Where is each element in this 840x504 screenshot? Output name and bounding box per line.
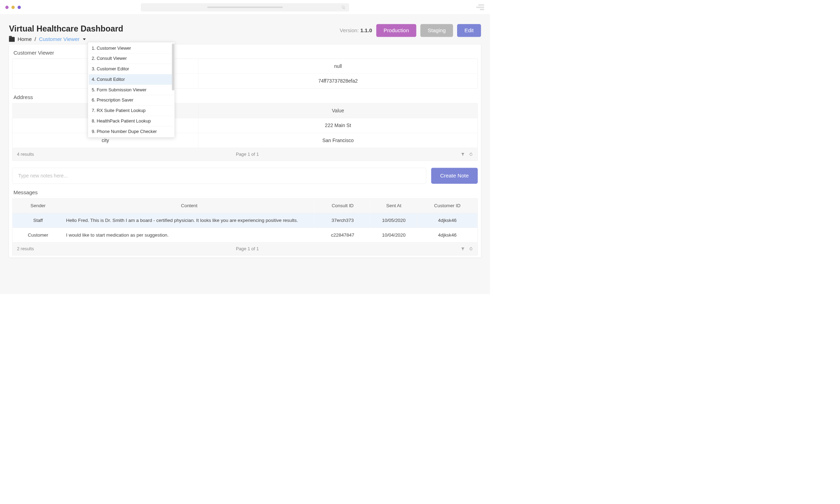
customer-table: rxsuite_ null kustomer_ 74ff73737828efa2	[12, 58, 478, 89]
messages-table-footer: 2 results Page 1 of 1	[12, 243, 478, 255]
msg-header-consult: Consult ID	[315, 198, 370, 213]
table-header-row: Sender Content Consult ID Sent At Custom…	[13, 198, 478, 213]
search-icon	[341, 5, 345, 9]
dropdown-item[interactable]: 4. Consult Editor	[89, 74, 174, 85]
window-titlebar	[0, 0, 490, 15]
window-controls[interactable]	[5, 6, 21, 9]
msg-sender: Customer	[13, 228, 64, 242]
search-bar[interactable]	[141, 3, 349, 11]
create-note-button[interactable]: Create Note	[431, 168, 478, 183]
maximize-dot[interactable]	[18, 6, 21, 9]
breadcrumb-separator: /	[35, 36, 36, 42]
msg-sender: Staff	[13, 213, 64, 228]
msg-consult-id: c22847847	[315, 228, 370, 242]
breadcrumb-home[interactable]: Home	[18, 36, 31, 42]
dropdown-item[interactable]: 2. Consult Viewer	[89, 54, 174, 64]
edit-button[interactable]: Edit	[457, 24, 481, 37]
msg-customer-id: 4djksk46	[417, 213, 478, 228]
table-header-row: Key Value	[13, 103, 478, 118]
msg-header-sender: Sender	[13, 198, 64, 213]
msg-sent-at: 10/04/2020	[371, 228, 417, 242]
table-row: rxsuite_ null	[13, 59, 478, 74]
address-header-value: Value	[198, 103, 477, 118]
messages-section-title: Messages	[13, 189, 479, 196]
messages-table: Sender Content Consult ID Sent At Custom…	[12, 198, 478, 243]
dropdown-item[interactable]: 1. Customer Viewer	[89, 43, 174, 54]
msg-customer-id: 4djksk46	[417, 228, 478, 242]
search-placeholder-line	[207, 7, 283, 8]
filter-icon[interactable]	[461, 247, 465, 251]
filter-icon[interactable]	[461, 152, 465, 156]
address-table: Key Value address_li 222 Main St city Sa…	[12, 103, 478, 148]
customer-section-title: Customer Viewer	[13, 50, 479, 56]
menu-icon[interactable]	[476, 4, 484, 10]
address-section-title: Address	[13, 94, 479, 100]
addr-value: 222 Main St	[198, 118, 477, 133]
staging-button[interactable]: Staging	[420, 24, 453, 37]
chevron-down-icon[interactable]	[83, 38, 86, 40]
refresh-icon[interactable]	[469, 247, 473, 251]
results-count: 4 results	[17, 152, 34, 157]
msg-header-sent: Sent At	[371, 198, 417, 213]
version-label: Version: 1.1.0	[340, 27, 372, 34]
msg-consult-id: 37erch373	[315, 213, 370, 228]
notes-input[interactable]	[12, 168, 426, 183]
address-table-footer: 4 results Page 1 of 1	[12, 148, 478, 161]
dropdown-item[interactable]: 5. Form Submission Viewer	[89, 85, 174, 95]
dropdown-item[interactable]: 7. RX Suite Patient Lookup	[89, 106, 174, 116]
minimize-dot[interactable]	[12, 6, 15, 9]
cv-value: null	[198, 59, 477, 74]
page-selector-dropdown[interactable]: 1. Customer Viewer 2. Consult Viewer 3. …	[88, 42, 175, 138]
page-title: Virtual Healthcare Dashboard	[9, 24, 123, 33]
folder-icon	[9, 37, 15, 42]
dropdown-item[interactable]: 6. Prescription Saver	[89, 95, 174, 106]
page-indicator: Page 1 of 1	[236, 152, 259, 157]
close-dot[interactable]	[5, 6, 8, 9]
msg-header-customer: Customer ID	[417, 198, 478, 213]
breadcrumb-current[interactable]: Customer Viewer	[39, 36, 79, 42]
table-row[interactable]: Staff Hello Fred. This is Dr. Smith I am…	[13, 213, 478, 228]
dropdown-item[interactable]: 8. HealthPack Patient Lookup	[89, 116, 174, 126]
msg-sent-at: 10/05/2020	[371, 213, 417, 228]
msg-header-content: Content	[64, 198, 315, 213]
table-row: city San Francisco	[13, 133, 478, 148]
table-row[interactable]: Customer I would like to start medicatio…	[13, 228, 478, 242]
page-indicator: Page 1 of 1	[236, 246, 259, 251]
breadcrumb: Home / Customer Viewer	[9, 36, 123, 42]
table-row: kustomer_ 74ff73737828efa2	[13, 74, 478, 89]
dropdown-item[interactable]: 9. Phone Number Dupe Checker	[89, 126, 174, 136]
refresh-icon[interactable]	[469, 152, 473, 156]
msg-content: Hello Fred. This is Dr. Smith I am a boa…	[64, 213, 315, 228]
production-button[interactable]: Production	[376, 24, 416, 37]
addr-value: San Francisco	[198, 133, 477, 148]
dropdown-item[interactable]: 3. Customer Editor	[89, 64, 174, 75]
cv-value: 74ff73737828efa2	[198, 74, 477, 89]
results-count: 2 results	[17, 246, 34, 251]
table-row: address_li 222 Main St	[13, 118, 478, 133]
dropdown-scrollbar[interactable]	[172, 43, 174, 90]
msg-content: I would like to start medication as per …	[64, 228, 315, 242]
